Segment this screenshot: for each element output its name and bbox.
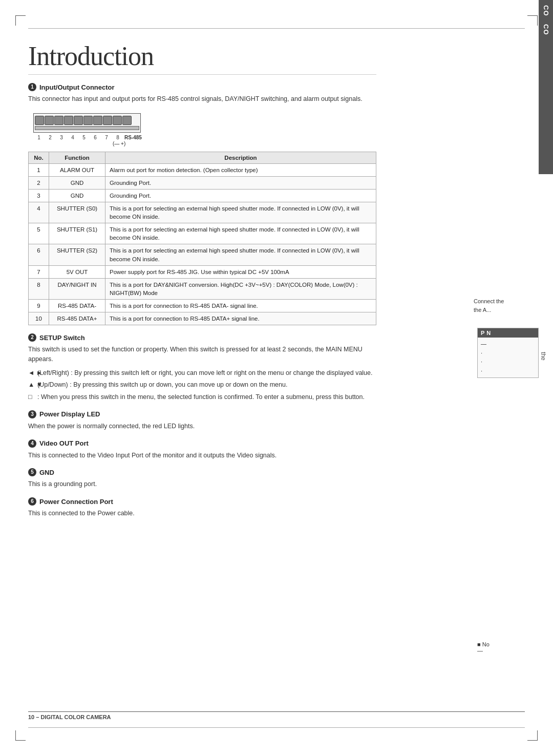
cell-desc: Grounding Port. [105, 189, 376, 202]
section6-heading: 6 Power Connection Port [28, 497, 376, 506]
section1-heading-text: Input/Output Connector [39, 83, 115, 91]
cn-6: 6 [91, 135, 100, 140]
bullet-sym: ◄ ► [28, 368, 42, 378]
cell-desc: This is a port for connection to RS-485 … [105, 312, 376, 325]
cell-no: 9 [29, 299, 49, 312]
note-no-label: ■ No [477, 641, 490, 647]
section1-num: 1 [28, 83, 36, 91]
cell-desc: This is a port for selecting an external… [105, 223, 376, 244]
cell-desc: Grounding Port. [105, 176, 376, 189]
section2-bullet-item: □: When you press this switch in the men… [37, 392, 376, 402]
table-col-desc: Description [105, 152, 376, 163]
main-content: Introduction 1 Input/Output Connector Th… [28, 36, 376, 522]
cell-func: DAY/NIGHT IN [49, 278, 105, 299]
cell-desc: Power supply port for RS-485 JIG. Use wi… [105, 265, 376, 278]
pin-3 [54, 116, 63, 125]
sidebar-co-label-2: CO [542, 24, 550, 35]
cell-func: SHUTTER (S1) [49, 223, 105, 244]
section4-num: 4 [28, 439, 36, 448]
cell-no: 7 [29, 265, 49, 278]
corner-mark-tl [15, 15, 26, 26]
cell-desc: This is a port for DAY&NIGHT conversion.… [105, 278, 376, 299]
cell-desc: This is a port for selecting an external… [105, 202, 376, 223]
right-panel-body: — · · · [478, 338, 538, 377]
section5-heading-text: GND [39, 469, 54, 476]
table-col-no: No. [29, 152, 49, 163]
section3-heading: 3 Power Display LED [28, 410, 376, 418]
section2-bullet-item: ◄ ►(Left/Right) : By pressing this switc… [37, 368, 376, 378]
pin-7 [93, 116, 102, 125]
cell-desc: This is a port for connection to RS-485 … [105, 299, 376, 312]
section5-heading: 5 GND [28, 468, 376, 476]
table-row: 4 SHUTTER (S0) This is a port for select… [29, 202, 376, 223]
cell-func: RS-485 DATA+ [49, 312, 105, 325]
connector-strip [35, 126, 139, 130]
section5-body: This is a grounding port. [28, 479, 376, 489]
right-sidebar-bar: CO CO [539, 0, 553, 174]
pin-2 [45, 116, 54, 125]
cell-desc: Alarm out port for motion detection. (Op… [105, 163, 376, 176]
cell-no: 1 [29, 163, 49, 176]
corner-mark-br [527, 730, 538, 741]
section1-body: This connector has input and output port… [28, 94, 376, 104]
section4-body: This is connected to the Video Input Por… [28, 451, 376, 460]
section4-heading: 4 Video OUT Port [28, 439, 376, 448]
section3-body: When the power is normally connected, th… [28, 422, 376, 431]
cn-2: 2 [46, 135, 55, 140]
cell-no: 6 [29, 244, 49, 265]
connector-block [33, 113, 141, 133]
cell-func: GND [49, 176, 105, 189]
connector-num-labels: 1 2 3 4 5 6 7 8 RS-485 [33, 135, 142, 140]
cell-no: 3 [29, 189, 49, 202]
pin-9 [113, 116, 122, 125]
connector-pins-row [35, 116, 139, 125]
pin-5 [74, 116, 83, 125]
cn-rs485: RS-485 [124, 135, 142, 140]
section3-num: 3 [28, 410, 36, 418]
table-row: 2 GND Grounding Port. [29, 176, 376, 189]
cn-5: 5 [79, 135, 89, 140]
table-row: 6 SHUTTER (S2) This is a port for select… [29, 244, 376, 265]
connector-image: 1 2 3 4 5 6 7 8 RS-485 (— +) [33, 113, 142, 146]
section2-num: 2 [28, 333, 36, 342]
table-row: 3 GND Grounding Port. [29, 189, 376, 202]
table-row: 5 SHUTTER (S1) This is a port for select… [29, 223, 376, 244]
cell-func: GND [49, 189, 105, 202]
section2-bullet-item: ▲ ▼(Up/Down) : By pressing this switch u… [37, 380, 376, 390]
page-title: Introduction [28, 41, 376, 75]
cn-7: 7 [102, 135, 111, 140]
cn-1: 1 [34, 135, 44, 140]
section6-heading-text: Power Connection Port [39, 498, 113, 506]
corner-mark-bl [15, 730, 26, 741]
panel-row-1: — [481, 340, 535, 349]
right-panel-header: P N [478, 328, 538, 338]
corner-mark-tr [527, 15, 538, 26]
panel-header-n: N [486, 330, 491, 336]
table-row: 1 ALARM OUT Alarm out port for motion de… [29, 163, 376, 176]
cell-func: SHUTTER (S2) [49, 244, 105, 265]
note-dash: — [477, 647, 483, 654]
section4-heading-text: Video OUT Port [39, 439, 89, 447]
cell-func: ALARM OUT [49, 163, 105, 176]
panel-row-3: · [481, 358, 535, 367]
table-row: 8 DAY/NIGHT IN This is a port for DAY&NI… [29, 278, 376, 299]
sidebar-the-text: the [534, 337, 553, 375]
right-note: Connect thethe A... [474, 297, 535, 314]
section2-bullets: ◄ ►(Left/Right) : By pressing this switc… [28, 368, 376, 402]
cell-no: 10 [29, 312, 49, 325]
cell-func: 5V OUT [49, 265, 105, 278]
section2-body: This switch is used to set the function … [28, 345, 376, 364]
panel-row-2: · [481, 349, 535, 358]
pin-8 [103, 116, 112, 125]
top-rule [28, 28, 525, 29]
panel-row-4: · [481, 367, 535, 376]
cell-desc: This is a port for selecting an external… [105, 244, 376, 265]
section5-num: 5 [28, 468, 36, 476]
pin-10 [122, 116, 132, 125]
bottom-rule [28, 727, 525, 728]
section2-heading-text: SETUP Switch [39, 334, 85, 342]
cell-func: RS-485 DATA- [49, 299, 105, 312]
table-row: 7 5V OUT Power supply port for RS-485 JI… [29, 265, 376, 278]
section6-body: This is connected to the Power cable. [28, 509, 376, 518]
cell-func: SHUTTER (S0) [49, 202, 105, 223]
